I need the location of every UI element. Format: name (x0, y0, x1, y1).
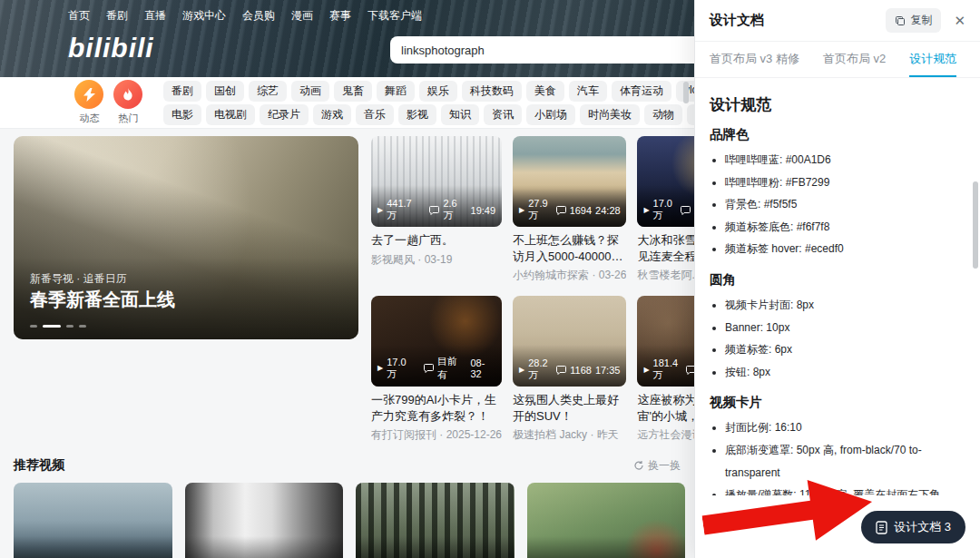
channel-tag[interactable]: 游戏 (313, 104, 351, 125)
hot-button[interactable] (113, 80, 142, 109)
channel-tag[interactable]: 资讯 (484, 104, 522, 125)
play-icon: ▶ (519, 207, 524, 214)
panel-scrollbar[interactable] (973, 181, 978, 269)
carousel-dot[interactable] (30, 325, 37, 328)
video-stats: ▶ 441.7万 2.6万 19:49 (371, 198, 502, 227)
spec-item: 哔哩哔哩粉: #FB7299 (725, 171, 965, 194)
channel-tag[interactable]: 娱乐 (419, 81, 457, 102)
search-input[interactable] (401, 44, 692, 57)
video-meta[interactable]: 小约翰城市探索 · 03-26 (513, 268, 626, 283)
channel-tag[interactable]: 更多... (687, 104, 694, 125)
video-title[interactable]: 不上班怎么赚钱？探访月入5000-400000元自由... (513, 232, 626, 264)
play-icon: ▶ (519, 367, 524, 374)
top-nav-link[interactable]: 首页 (68, 8, 90, 24)
document-icon (876, 521, 887, 534)
video-cover[interactable]: ▶ 17.0万 目前有 08-32 (371, 296, 502, 387)
refresh-button[interactable]: 换一换 (633, 458, 681, 474)
video-meta[interactable]: 有打订阅报刊 · 2025-12-26 (371, 427, 502, 443)
video-cover[interactable]: ▶ 23.4万 1.1万 00:29 (527, 483, 686, 558)
channel-tag[interactable]: 纪录片 (260, 104, 309, 125)
video-title[interactable]: 一张799的AI小卡片，生产力究竟有多炸裂？！ (371, 392, 502, 424)
channel-tag[interactable]: 舞蹈 (377, 81, 415, 102)
banner-title: 春季新番全面上线 (30, 288, 175, 312)
carousel-dot[interactable] (79, 325, 86, 328)
channel-tag[interactable]: 影视 (398, 104, 436, 125)
video-card[interactable]: ▶ 27.9万 1694 24:28 不上班怎么赚钱？探访月入5000-4000… (513, 136, 626, 283)
copy-label: 复制 (910, 13, 932, 28)
design-doc-cta-button[interactable]: 设计文档 3 (861, 511, 965, 543)
video-cover[interactable]: ▶ 12.7万 787 16:09 (14, 483, 172, 558)
close-icon[interactable]: ✕ (954, 14, 965, 27)
hot-label: 热门 (110, 112, 147, 125)
channel-tag[interactable]: 时尚美妆 (580, 104, 640, 125)
recommend-card[interactable]: ▶ 12.7万 787 16:09 (14, 483, 172, 558)
video-cover[interactable]: ▶ 204.0万 219 01:31 (356, 483, 514, 558)
video-cover[interactable]: ▶ 27.9万 1694 24:28 (513, 136, 626, 227)
top-nav-link[interactable]: 游戏中心 (182, 8, 226, 24)
video-stats: ▶ 17.0万 目前有 08-32 (371, 355, 502, 387)
cta-label: 设计文档 3 (894, 519, 951, 535)
video-cover[interactable]: ▶ 28.2万 1168 17:35 (513, 296, 626, 387)
promo-banner[interactable]: 新番导视 · 追番日历 春季新番全面上线 (14, 136, 358, 339)
channel-tag[interactable]: 小剧场 (526, 104, 575, 125)
carousel-dot-active[interactable] (43, 325, 61, 328)
recommend-title: 推荐视频 (14, 457, 64, 474)
channel-tags: 番剧国创综艺动画鬼畜舞蹈娱乐科技数码美食汽车体育运动vlog 电影电视剧纪录片游… (163, 78, 694, 128)
video-duration: 17:35 (595, 365, 621, 376)
design-doc-panel: 设计文档 复制 ✕ 首页布局 v3 精修首页布局 v2设计规范 设计规范 品牌色… (694, 0, 980, 558)
top-nav-link[interactable]: 会员购 (242, 8, 275, 24)
spec-item: 频道标签: 6px (725, 338, 965, 361)
danmaku-icon (681, 206, 691, 215)
channel-tag[interactable]: 番剧 (163, 81, 201, 102)
video-card[interactable]: ▶ 28.2万 1168 17:35 这氛围人类史上最好开的SUV！ 极速拍档 … (513, 296, 626, 443)
channel-tag[interactable]: 电视剧 (206, 104, 255, 125)
panel-tab[interactable]: 首页布局 v2 (823, 42, 886, 77)
video-card[interactable]: ▶ 17.0万 目前有 08-32 一张799的AI小卡片，生产力究竟有多炸裂？… (371, 296, 502, 443)
channel-tag[interactable]: 电影 (163, 104, 201, 125)
channel-tag[interactable]: 体育运动 (612, 81, 671, 102)
recommend-card[interactable]: ▶ 23.4万 1.1万 00:29 (527, 483, 686, 558)
top-nav-link[interactable]: 直播 (144, 8, 166, 24)
view-count: 181.4万 (653, 357, 679, 382)
video-card[interactable]: ▶ 441.7万 2.6万 19:49 去了一趟广西。 影视飓风 · 03-19 (371, 136, 502, 283)
top-nav-link[interactable]: 番剧 (106, 8, 128, 24)
channel-tag[interactable]: 动物 (644, 104, 682, 125)
search-bar[interactable] (390, 36, 703, 64)
cover-shade (14, 536, 172, 558)
spec-item: Banner: 10px (725, 317, 965, 339)
view-count: 17.0万 (387, 357, 416, 381)
danmaku-count: 目前有 (437, 355, 466, 382)
top-nav-link[interactable]: 漫画 (291, 8, 313, 24)
panel-tab[interactable]: 设计规范 (909, 42, 956, 77)
video-title[interactable]: 这氛围人类史上最好开的SUV！ (513, 392, 626, 424)
channel-tag[interactable]: 美食 (526, 81, 564, 102)
channel-tag[interactable]: 鬼畜 (334, 81, 372, 102)
dynamic-entry[interactable]: 动态 (71, 80, 108, 125)
top-nav-link[interactable]: 下载客户端 (368, 8, 422, 24)
channel-tag[interactable]: 知识 (441, 104, 479, 125)
video-cover[interactable]: ▶ 441.7万 2.6万 19:49 (371, 136, 502, 227)
dynamic-button[interactable] (74, 80, 103, 109)
video-cover[interactable]: ▶ 30.5万 347 07:43 (185, 483, 344, 558)
copy-button[interactable]: 复制 (886, 8, 941, 33)
hot-entry[interactable]: 热门 (110, 80, 147, 125)
page-scrollbar[interactable] (683, 82, 689, 103)
dynamic-label: 动态 (71, 112, 108, 125)
channel-tag[interactable]: 音乐 (356, 104, 394, 125)
recommend-card[interactable]: ▶ 204.0万 219 01:31 (356, 483, 514, 558)
video-title[interactable]: 去了一趟广西。 (371, 232, 502, 249)
channel-tag[interactable]: 综艺 (249, 81, 287, 102)
section-heading: 圆角 (710, 271, 965, 289)
view-count: 441.7万 (387, 198, 421, 222)
channel-tag[interactable]: 科技数码 (462, 81, 522, 102)
video-meta[interactable]: 影视飓风 · 03-19 (371, 252, 502, 268)
top-nav-link[interactable]: 赛事 (329, 8, 351, 24)
channel-tag[interactable]: 国创 (206, 81, 244, 102)
panel-tab[interactable]: 首页布局 v3 精修 (710, 42, 799, 77)
channel-tag[interactable]: 汽车 (569, 81, 607, 102)
recommend-card[interactable]: ▶ 30.5万 347 07:43 (185, 483, 344, 558)
video-meta[interactable]: 极速拍档 Jacky · 昨天 (513, 427, 626, 443)
carousel-dot[interactable] (66, 325, 74, 328)
carousel-dots[interactable] (30, 325, 86, 328)
channel-tag[interactable]: 动画 (291, 81, 329, 102)
